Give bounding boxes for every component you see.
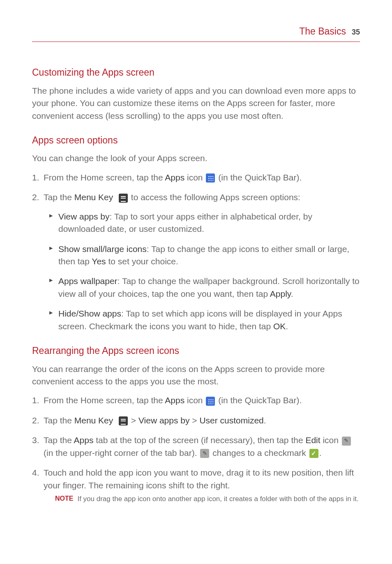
header-section-title: The Basics — [299, 25, 346, 38]
note-label: NOTE — [55, 494, 73, 504]
bold-text: View apps by — [58, 212, 110, 221]
text: From the Home screen, tap the — [44, 395, 165, 405]
menu-key-icon — [119, 194, 128, 203]
bold-text: Apps — [165, 173, 184, 182]
text: . — [319, 448, 322, 458]
bold-text: Edit — [305, 435, 320, 445]
step-item: Tap the Menu Key > View apps by > User c… — [32, 414, 360, 427]
text: icon — [184, 173, 205, 182]
text: to access the following Apps screen opti… — [129, 192, 300, 202]
menu-key-icon — [119, 416, 128, 425]
bullet-item: Apps wallpaper: Tap to change the wallpa… — [44, 275, 360, 300]
text: Tap the — [44, 416, 74, 425]
text — [115, 192, 118, 202]
edit-icon: ✎ — [342, 437, 351, 446]
step-item: Tap the Apps tab at the top of the scree… — [32, 434, 360, 459]
step-item: Touch and hold the app icon you want to … — [32, 467, 360, 504]
apps-icon — [206, 397, 215, 406]
text: > — [129, 416, 138, 425]
paragraph: You can rearrange the order of the icons… — [32, 363, 360, 388]
page-header: The Basics 35 — [32, 25, 360, 42]
bullet-item: Hide/Show apps: Tap to set which app ico… — [44, 307, 360, 333]
bold-text: Apps — [165, 395, 184, 405]
text: Touch and hold the app icon you want to … — [44, 468, 354, 490]
bold-text: Menu Key — [74, 192, 113, 202]
bold-text: Hide/Show apps — [58, 309, 121, 318]
checkmark-icon: ✓ — [309, 449, 318, 458]
bold-text: Apps — [74, 435, 94, 445]
bold-text: Menu Key — [74, 416, 113, 425]
bold-text: Show small/large icons — [58, 244, 147, 254]
text: > — [189, 416, 199, 425]
steps-list: From the Home screen, tap the Apps icon … — [32, 394, 360, 504]
paragraph: The phone includes a wide variety of app… — [32, 85, 360, 122]
text: . — [286, 321, 288, 331]
step-item: From the Home screen, tap the Apps icon … — [32, 171, 360, 184]
bold-text: Apps wallpaper — [58, 276, 118, 286]
bullet-item: View apps by: Tap to sort your apps eith… — [44, 210, 360, 236]
apps-icon — [206, 173, 215, 183]
text: . — [291, 289, 293, 298]
step-item: From the Home screen, tap the Apps icon … — [32, 394, 360, 407]
heading-customizing: Customizing the Apps screen — [32, 66, 360, 79]
text: changes to a checkmark — [210, 448, 308, 458]
text: . — [264, 416, 266, 425]
note-text: If you drag the app icon onto another ap… — [77, 494, 358, 504]
text: icon — [184, 395, 205, 405]
text: From the Home screen, tap the — [44, 173, 165, 182]
text: Tap the — [44, 192, 74, 202]
text: tab at the top of the screen (if necessa… — [93, 435, 305, 445]
bullet-list: View apps by: Tap to sort your apps eith… — [44, 210, 360, 333]
steps-list: From the Home screen, tap the Apps icon … — [32, 171, 360, 333]
text: (in the upper-right corner of the tab ba… — [44, 448, 199, 458]
page-number: 35 — [352, 27, 360, 37]
text: Tap the — [44, 435, 74, 445]
bold-text: OK — [273, 321, 286, 331]
text: (in the QuickTap Bar). — [216, 173, 302, 182]
heading-rearranging: Rearranging the Apps screen icons — [32, 344, 360, 358]
step-item: Tap the Menu Key to access the following… — [32, 191, 360, 333]
bold-text: User customized — [199, 416, 263, 425]
bold-text: Yes — [92, 257, 106, 266]
edit-icon: ✎ — [200, 449, 209, 458]
text: icon — [321, 435, 341, 445]
note-block: NOTE If you drag the app icon onto anoth… — [55, 494, 360, 504]
bold-text: Apply — [270, 289, 291, 298]
heading-apps-options: Apps screen options — [32, 134, 360, 147]
text: (in the QuickTap Bar). — [216, 395, 302, 405]
bullet-item: Show small/large icons: Tap to change th… — [44, 243, 360, 268]
paragraph: You can change the look of your Apps scr… — [32, 152, 360, 164]
bold-text: View apps by — [138, 416, 190, 425]
text: to set your choice. — [106, 257, 178, 266]
text — [115, 416, 118, 425]
